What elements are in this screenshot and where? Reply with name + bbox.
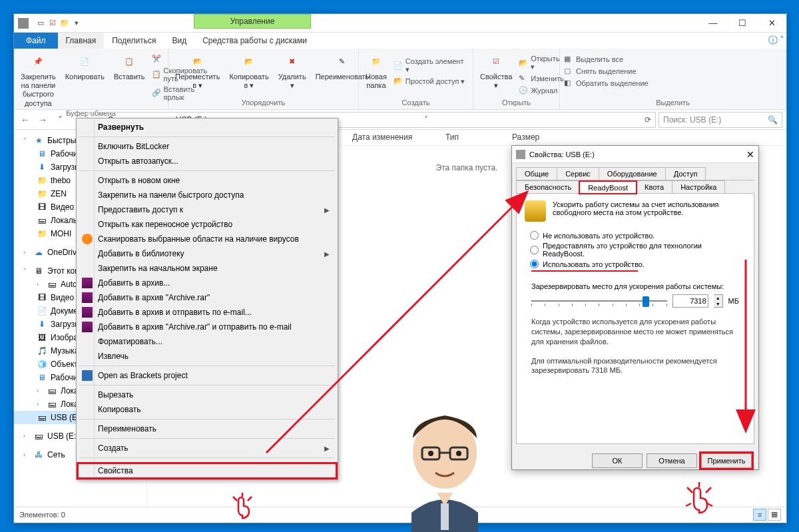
status-bar: Элементов: 0 ≡ ▦ <box>14 507 786 521</box>
cancel-button[interactable]: Отмена <box>647 453 697 468</box>
ribbon: 📌Закрепить на панели быстрого доступа 📄К… <box>14 49 786 110</box>
ctx-cut[interactable]: Вырезать <box>78 388 336 402</box>
delete-button[interactable]: ✖Удалить ▾ <box>276 51 309 91</box>
ctx-create[interactable]: Создать▶ <box>78 441 336 455</box>
ctx-archive-rar-email[interactable]: Добавить в архив "Archive.rar" и отправи… <box>78 320 336 334</box>
copy-to[interactable]: 📂Копировать в ▾ <box>226 51 271 91</box>
open-small[interactable]: 📂Открыть ▾ <box>519 54 564 72</box>
group-new-label: Создать <box>363 99 469 107</box>
col-type[interactable]: Тип <box>440 130 507 145</box>
properties-title: Свойства: USB (E:) <box>529 150 595 158</box>
reserve-spinner[interactable]: ▲▼ <box>714 294 723 308</box>
col-size[interactable]: Размер <box>507 130 560 145</box>
properties-close[interactable]: ✕ <box>746 149 754 160</box>
ctx-pin-start[interactable]: Закрепить на начальном экране <box>78 261 336 276</box>
radio-dedicate[interactable]: Предоставлять это устройство для техноло… <box>530 242 746 258</box>
tab-file[interactable]: Файл <box>14 33 58 49</box>
tab-home[interactable]: Главная <box>58 33 105 49</box>
slider-thumb[interactable] <box>643 296 649 307</box>
item-count: Элементов: 0 <box>19 511 65 519</box>
drive-icon <box>516 150 525 159</box>
view-details[interactable]: ≡ <box>753 509 766 521</box>
ctx-copy[interactable]: Копировать <box>78 402 336 417</box>
tab-view[interactable]: Вид <box>164 33 194 49</box>
search-box[interactable]: Поиск: USB (E:) 🔍 <box>659 112 782 128</box>
address-dropdown[interactable]: ˅ <box>424 115 428 125</box>
new-folder[interactable]: 📁Новая папка <box>363 51 390 91</box>
contextual-tab-manage[interactable]: Управление <box>194 14 311 29</box>
minimize-button[interactable]: — <box>698 14 728 33</box>
props-tab-hardware[interactable]: Оборудование <box>599 167 666 180</box>
properties-tabs-row1: Общие Сервис Оборудование Доступ <box>516 167 754 180</box>
reserve-unit: МБ <box>728 297 739 305</box>
history-small[interactable]: 🕓Журнал <box>519 85 564 96</box>
properties-ribbon[interactable]: ☑Свойства ▾ <box>477 51 515 96</box>
radio-do-not-use[interactable]: Не использовать это устройство. <box>530 231 746 240</box>
context-menu: Развернуть Включить BitLocker Открыть ав… <box>76 118 338 480</box>
ctx-new-window[interactable]: Открыть в новом окне <box>78 173 336 188</box>
new-item[interactable]: 📄Создать элемент ▾ <box>394 57 469 75</box>
group-select-label: Выделить <box>564 99 782 107</box>
reserve-slider[interactable] <box>531 294 667 308</box>
ctx-portable[interactable]: Открыть как переносное устройство <box>78 217 336 232</box>
group-organize-label: Упорядочить <box>172 99 354 107</box>
ctx-brackets[interactable]: Open as Brackets project <box>78 368 336 383</box>
properties-tabs-row2: Безопасность ReadyBoost Квота Настройка <box>516 180 754 194</box>
invert-selection[interactable]: ◧Обратить выделение <box>564 78 782 89</box>
copy-button[interactable]: 📄Копировать <box>63 51 107 109</box>
back-button[interactable]: ← <box>18 113 33 127</box>
radio-use-device[interactable]: Использовать это устройство. <box>530 260 746 268</box>
qat-folder[interactable]: 📁 <box>59 18 70 29</box>
ctx-give-access[interactable]: Предоставить доступ к▶ <box>78 202 336 217</box>
ctx-bitlocker[interactable]: Включить BitLocker <box>78 139 336 154</box>
ctx-archive-rar[interactable]: Добавить в архив "Archive.rar" <box>78 290 336 305</box>
maximize-button[interactable]: ☐ <box>728 14 757 33</box>
ctx-format[interactable]: Форматировать... <box>78 334 336 349</box>
qat-overflow[interactable]: ▾ <box>71 18 82 29</box>
select-all[interactable]: ▦Выделить все <box>564 54 782 65</box>
paste-button[interactable]: 📋Вставить <box>111 51 148 109</box>
drive-icon <box>18 18 29 29</box>
forward-button[interactable]: → <box>35 113 50 127</box>
ribbon-help[interactable]: ⓘ ˄ <box>766 33 786 49</box>
props-tab-general[interactable]: Общие <box>516 167 557 180</box>
props-tab-tools[interactable]: Сервис <box>557 167 599 180</box>
tab-drive-tools[interactable]: Средства работы с дисками <box>194 33 315 49</box>
props-tab-customize[interactable]: Настройка <box>672 180 725 193</box>
group-open-label: Открыть <box>477 99 555 107</box>
readyboost-pane: Ускорить работу системы за счет использо… <box>516 194 754 444</box>
props-tab-sharing[interactable]: Доступ <box>665 167 706 180</box>
properties-title-bar: Свойства: USB (E:) ✕ <box>512 146 758 163</box>
easy-access[interactable]: 📂Простой доступ ▾ <box>394 76 469 87</box>
qat-item[interactable]: ▭ <box>35 18 46 29</box>
select-none[interactable]: ▢Снять выделение <box>564 66 782 77</box>
ctx-pin-quick[interactable]: Закрепить на панели быстрого доступа <box>78 188 336 202</box>
ctx-expand[interactable]: Развернуть <box>78 120 336 134</box>
props-tab-quota[interactable]: Квота <box>636 180 672 193</box>
ctx-add-archive[interactable]: Добавить в архив... <box>78 276 336 290</box>
ctx-archive-email[interactable]: Добавить в архив и отправить по e-mail..… <box>78 305 336 320</box>
col-date[interactable]: Дата изменения <box>347 130 440 145</box>
tab-share[interactable]: Поделиться <box>104 33 164 49</box>
ctx-rename[interactable]: Переименовать <box>78 421 336 436</box>
ctx-scan-virus[interactable]: Сканировать выбранные области на наличие… <box>78 232 336 246</box>
pin-quick-access[interactable]: 📌Закрепить на панели быстрого доступа <box>18 51 59 109</box>
props-tab-security[interactable]: Безопасность <box>516 180 580 193</box>
apply-button[interactable]: Применить <box>701 453 752 468</box>
ribbon-tabs: Файл Главная Поделиться Вид Средства раб… <box>14 33 786 49</box>
close-button[interactable]: ✕ <box>757 14 786 33</box>
props-tab-readyboost[interactable]: ReadyBoost <box>579 181 637 194</box>
refresh-button[interactable]: ⟳ <box>645 115 651 125</box>
readyboost-description: Ускорить работу системы за счет использо… <box>553 200 746 222</box>
qat-checkbox[interactable]: ☑ <box>47 18 58 29</box>
ctx-properties[interactable]: Свойства <box>78 463 336 478</box>
ctx-add-library[interactable]: Добавить в библиотеку▶ <box>78 246 336 261</box>
recent-dropdown[interactable]: ˅ <box>53 113 67 127</box>
ok-button[interactable]: ОК <box>592 453 643 468</box>
edit-small[interactable]: ✎Изменить <box>519 73 564 84</box>
reserve-value-input[interactable]: 7318 <box>672 294 708 308</box>
ctx-autoplay[interactable]: Открыть автозапуск... <box>78 154 336 168</box>
ctx-extract[interactable]: Извлечь <box>78 349 336 364</box>
view-icons[interactable]: ▦ <box>768 509 781 521</box>
move-to[interactable]: 📂Переместить в ▾ <box>172 51 222 91</box>
